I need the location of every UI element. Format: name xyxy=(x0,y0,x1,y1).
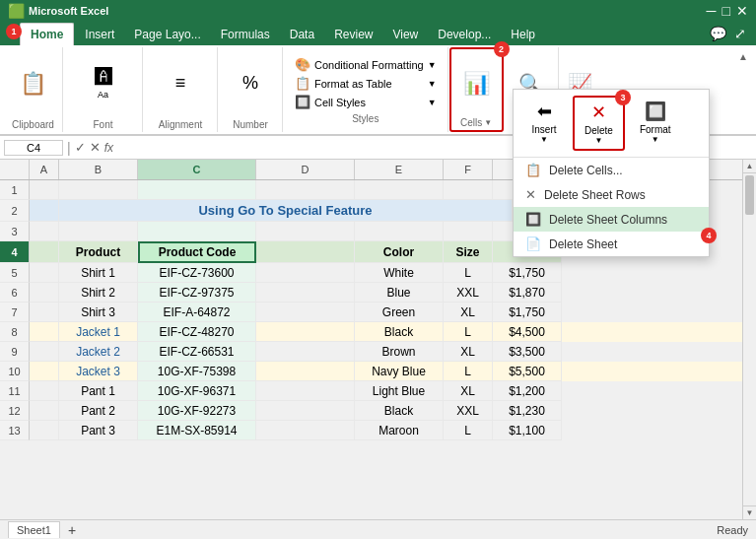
cell[interactable]: XL xyxy=(444,342,493,362)
ribbon-collapse-btn[interactable]: ▲ xyxy=(734,47,752,132)
scroll-down-btn[interactable]: ▼ xyxy=(743,505,756,519)
delete-sheet-item[interactable]: 📄 Delete Sheet 4 xyxy=(514,232,709,256)
format-dropdown-arrow[interactable]: ▼ xyxy=(652,135,659,144)
format-btn[interactable]: 🔲 Format ▼ xyxy=(629,96,682,151)
alignment-btn[interactable]: ≡ xyxy=(173,71,188,96)
delete-cells-item[interactable]: 📋 Delete Cells... xyxy=(514,158,709,182)
cell[interactable]: Light Blue xyxy=(355,381,444,401)
cell[interactable]: Shirt 1 xyxy=(59,263,138,283)
cell[interactable] xyxy=(30,263,59,283)
cell[interactable]: Pant 2 xyxy=(59,401,138,421)
formula-fx-icon[interactable]: fx xyxy=(104,141,113,155)
tab-review[interactable]: Review xyxy=(324,24,382,45)
row-header[interactable]: 10 xyxy=(0,362,30,381)
cell[interactable]: EIF-CZ-73600 xyxy=(138,263,256,283)
cell[interactable]: $5,500 xyxy=(493,362,562,381)
vertical-scrollbar[interactable]: ▲ ▼ xyxy=(742,160,756,519)
cell[interactable] xyxy=(256,283,355,303)
cell[interactable]: Shirt 3 xyxy=(59,303,138,322)
row-header[interactable]: 13 xyxy=(0,421,30,440)
cell[interactable]: 10G-XF-92273 xyxy=(138,401,256,421)
cell-styles-btn[interactable]: 🔲 Cell Styles ▼ xyxy=(292,93,440,111)
cell[interactable]: $1,870 xyxy=(493,283,562,303)
name-box[interactable] xyxy=(4,140,63,156)
cell[interactable]: Using Go To Special Feature xyxy=(59,200,513,222)
cell[interactable]: $1,230 xyxy=(493,401,562,421)
font-btn[interactable]: 🅰 Aa xyxy=(93,65,114,101)
row-header[interactable]: 6 xyxy=(0,283,30,303)
row-header[interactable]: 11 xyxy=(0,381,30,401)
tab-insert[interactable]: Insert xyxy=(75,24,124,45)
cells-btn[interactable]: 📊 xyxy=(461,69,492,99)
row-header[interactable]: 1 xyxy=(0,180,30,200)
row-header[interactable]: 2 xyxy=(0,200,30,222)
cell[interactable]: L xyxy=(444,421,493,440)
row-header[interactable]: 5 xyxy=(0,263,30,283)
format-as-table-btn[interactable]: 📋 Format as Table ▼ xyxy=(292,74,440,93)
cell[interactable] xyxy=(30,401,59,421)
cell[interactable] xyxy=(138,180,256,200)
cell[interactable]: XL xyxy=(444,303,493,322)
cell[interactable] xyxy=(30,381,59,401)
cell[interactable]: White xyxy=(355,263,444,283)
col-header-c[interactable]: C xyxy=(138,160,256,179)
cell[interactable]: L xyxy=(444,263,493,283)
cell[interactable]: Brown xyxy=(355,342,444,362)
cell[interactable]: E1M-SX-85914 xyxy=(138,421,256,440)
delete-btn[interactable]: ✕ Delete ▼ 3 xyxy=(573,96,625,151)
tab-data[interactable]: Data xyxy=(280,24,324,45)
delete-sheet-columns-item[interactable]: 🔲 Delete Sheet Columns xyxy=(514,207,709,232)
cell[interactable]: Color xyxy=(355,241,444,263)
cell[interactable]: Black xyxy=(355,322,444,342)
cell[interactable] xyxy=(30,303,59,322)
cell[interactable] xyxy=(30,322,59,342)
col-header-d[interactable]: D xyxy=(256,160,355,179)
cell[interactable]: $1,100 xyxy=(493,421,562,440)
cell[interactable] xyxy=(256,322,355,342)
cell[interactable]: XXL xyxy=(444,283,493,303)
cell[interactable]: Jacket 2 xyxy=(59,342,138,362)
col-header-a[interactable]: A xyxy=(30,160,59,179)
cell[interactable]: 10G-XF-75398 xyxy=(138,362,256,381)
cell[interactable]: $3,500 xyxy=(493,342,562,362)
tab-page-layout[interactable]: Page Layo... xyxy=(124,24,210,45)
title-minimize[interactable]: ─ xyxy=(707,3,717,19)
cell[interactable]: Blue xyxy=(355,283,444,303)
cell[interactable]: Jacket 3 xyxy=(59,362,138,381)
cell[interactable]: Jacket 1 xyxy=(59,322,138,342)
cell[interactable]: EIF-A-64872 xyxy=(138,303,256,322)
title-restore[interactable]: □ xyxy=(722,3,730,19)
tab-home[interactable]: Home xyxy=(20,23,74,45)
cell[interactable]: Navy Blue xyxy=(355,362,444,381)
cell[interactable] xyxy=(256,180,355,200)
insert-btn[interactable]: ⬅ Insert ▼ xyxy=(519,96,569,151)
cell[interactable]: Pant 1 xyxy=(59,381,138,401)
cell[interactable] xyxy=(256,222,355,241)
clipboard-btn[interactable]: 📋 xyxy=(15,68,51,100)
cell[interactable]: EIF-CZ-97375 xyxy=(138,283,256,303)
cell[interactable] xyxy=(256,362,355,381)
cell[interactable]: $1,200 xyxy=(493,381,562,401)
cell[interactable]: L xyxy=(444,362,493,381)
cell[interactable] xyxy=(30,180,59,200)
col-header-f[interactable]: F xyxy=(444,160,493,179)
cell[interactable] xyxy=(30,283,59,303)
cell[interactable] xyxy=(30,362,59,381)
cell[interactable]: 10G-XF-96371 xyxy=(138,381,256,401)
title-close[interactable]: ✕ xyxy=(736,3,748,19)
cell[interactable]: $1,750 xyxy=(493,263,562,283)
cell[interactable]: $1,750 xyxy=(493,303,562,322)
cell[interactable] xyxy=(355,180,444,200)
scroll-thumb[interactable] xyxy=(745,175,754,215)
cell[interactable] xyxy=(256,421,355,440)
row-header[interactable]: 3 xyxy=(0,222,30,241)
cell[interactable]: Size xyxy=(444,241,493,263)
formula-cancel-icon[interactable]: ✕ xyxy=(90,140,101,155)
scroll-up-btn[interactable]: ▲ xyxy=(743,160,756,173)
tab-view[interactable]: View xyxy=(382,24,428,45)
cell[interactable]: EIF-CZ-66531 xyxy=(138,342,256,362)
cell-c4-selected[interactable]: Product Code xyxy=(138,241,256,263)
formula-check-icon[interactable]: ✓ xyxy=(75,140,86,155)
row-header[interactable]: 8 xyxy=(0,322,30,342)
col-header-b[interactable]: B xyxy=(59,160,138,179)
